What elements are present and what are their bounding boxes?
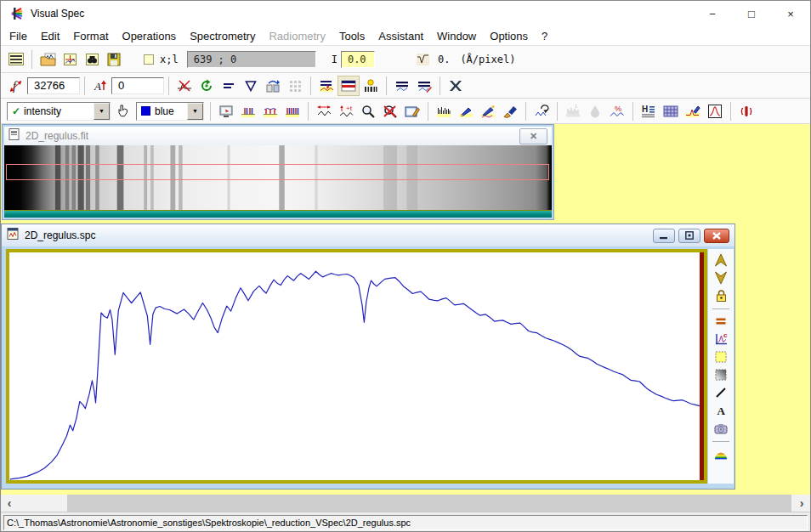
scroll-right-arrow[interactable]: › [793, 495, 810, 512]
menu-options[interactable]: Options [483, 27, 535, 45]
dark-lines-blue-icon[interactable] [391, 76, 413, 96]
screen-pick-icon[interactable] [215, 101, 237, 122]
chevron-down-icon[interactable]: ▼ [187, 103, 203, 120]
h-lines-icon[interactable] [218, 76, 240, 96]
hand-icon[interactable] [112, 101, 134, 122]
continuum-2-icon[interactable] [259, 101, 281, 122]
spc-restore-button[interactable] [678, 229, 700, 243]
equals-icon[interactable] [711, 313, 731, 330]
overlay-profiles-icon[interactable] [315, 76, 337, 96]
cursor-intensity-field[interactable]: 0.0 [341, 51, 375, 68]
spc-window-titlebar[interactable]: 2D_regulus.spc [2, 224, 734, 246]
stripes-icon[interactable] [337, 76, 360, 96]
horizontal-scrollbar[interactable]: ‹ › [1, 495, 810, 512]
pencil-icon[interactable] [455, 101, 477, 122]
profile-plot[interactable] [9, 252, 700, 480]
spc-window-controls [653, 229, 729, 243]
zigzag-shift-icon[interactable]: +t [335, 101, 357, 122]
zoom-off-icon[interactable] [379, 101, 401, 122]
rotate-icon[interactable] [196, 76, 218, 96]
menu-window[interactable]: Window [430, 27, 483, 45]
intensity-max-field[interactable]: 32766 [27, 77, 80, 94]
svg-text:c: c [723, 332, 728, 339]
side-toolbar-separator [712, 308, 729, 309]
zoom-icon[interactable] [357, 101, 379, 122]
menu-help[interactable]: ? [535, 27, 554, 45]
fit-bottom-bar [4, 210, 552, 218]
menu-operations[interactable]: Operations [116, 27, 184, 45]
series-select-dropdown[interactable]: ✓intensity▼ [7, 102, 111, 121]
fx-icon[interactable]: f [5, 76, 27, 96]
menu-tools[interactable]: Tools [332, 27, 371, 45]
swap-columns-icon[interactable] [262, 76, 284, 96]
droplet-icon [584, 101, 606, 122]
dispersion-icon[interactable] [412, 49, 434, 70]
edit-window-icon[interactable] [59, 49, 81, 70]
minimize-button[interactable]: − [693, 1, 732, 26]
intensity-min-field[interactable]: 0 [111, 77, 164, 94]
chevron-down-icon[interactable]: ▼ [94, 103, 110, 120]
menu-assistant[interactable]: Assistant [371, 27, 430, 45]
barcode-icon[interactable] [360, 76, 382, 96]
color-select-dropdown[interactable]: blue▼ [136, 102, 204, 121]
text-label-icon[interactable]: A [711, 402, 731, 419]
maximize-button[interactable]: □ [732, 1, 771, 26]
scrollbar-thumb[interactable] [67, 495, 791, 512]
zigzag-arrows-icon[interactable] [313, 101, 335, 122]
grid-dots-icon [284, 76, 306, 96]
spc-document-icon [7, 228, 20, 243]
pencil-add-icon[interactable] [477, 101, 499, 122]
filter-comb-icon[interactable] [433, 101, 455, 122]
profile-icon[interactable] [5, 49, 27, 70]
menu-radiometry: Radiometry [262, 27, 332, 45]
fill-gradient-icon[interactable] [711, 366, 731, 383]
menu-format[interactable]: Format [66, 27, 115, 45]
side-toolbar-separator [712, 441, 729, 442]
percent-curve-icon[interactable]: % [606, 101, 628, 122]
save-icon[interactable] [103, 49, 125, 70]
dark-lines-red-icon[interactable] [413, 76, 435, 96]
brush-icon[interactable] [499, 101, 521, 122]
toolbar-separator [168, 76, 169, 95]
menu-edit[interactable]: Edit [34, 27, 66, 45]
lock-icon[interactable] [711, 287, 731, 304]
fit-image-window: 2D_regulus.fit ✕ [3, 125, 553, 219]
pencil-plot-icon[interactable] [682, 101, 704, 122]
open-file-icon[interactable] [37, 49, 59, 70]
nav-up-icon[interactable] [711, 252, 731, 269]
speaker-icon[interactable] [735, 101, 757, 122]
spc-minimize-button[interactable] [653, 229, 675, 243]
camera-icon[interactable] [711, 420, 731, 437]
spectrum-strip-image[interactable] [4, 145, 552, 210]
gaussian-icon[interactable] [704, 101, 726, 122]
nav-down-icon[interactable] [711, 269, 731, 286]
scroll-left-arrow[interactable]: ‹ [1, 495, 18, 512]
menu-spectrometry[interactable]: Spectrometry [183, 27, 262, 45]
undo-curve-icon[interactable] [530, 101, 553, 122]
nabla-icon[interactable] [240, 76, 262, 96]
menu-file[interactable]: File [3, 27, 34, 45]
periodic-table-icon[interactable] [660, 101, 682, 122]
continuum-3-icon[interactable] [281, 101, 303, 122]
cross-profiles-icon[interactable] [173, 76, 196, 96]
row-selection-rect[interactable] [6, 164, 549, 180]
shear-icon[interactable] [445, 76, 467, 96]
replot-icon[interactable]: c [711, 331, 731, 348]
status-file-path: C:\_Thomas\Astronomie\Astronomie_sonstig… [3, 515, 808, 530]
a-shift-icon[interactable]: A [89, 76, 111, 96]
close-button[interactable]: × [771, 1, 810, 26]
coord-mode-checkbox[interactable] [144, 54, 154, 65]
fill-yellow-icon[interactable] [711, 348, 731, 365]
toolbar-separator [84, 76, 85, 95]
browse-icon[interactable] [81, 49, 103, 70]
fit-window-titlebar[interactable]: 2D_regulus.fit ✕ [4, 127, 552, 145]
fit-close-button[interactable]: ✕ [519, 128, 547, 144]
edit-frame-icon[interactable] [401, 101, 423, 122]
spc-close-button[interactable] [704, 229, 729, 243]
draw-line-icon[interactable] [711, 384, 731, 401]
cursor-position-field[interactable]: 639 ; 0 [187, 51, 316, 68]
h-elements-icon[interactable]: H [638, 101, 660, 122]
continuum-1-icon[interactable] [237, 101, 259, 122]
rainbow-icon[interactable] [711, 445, 731, 462]
toolbar-separator [386, 76, 387, 95]
